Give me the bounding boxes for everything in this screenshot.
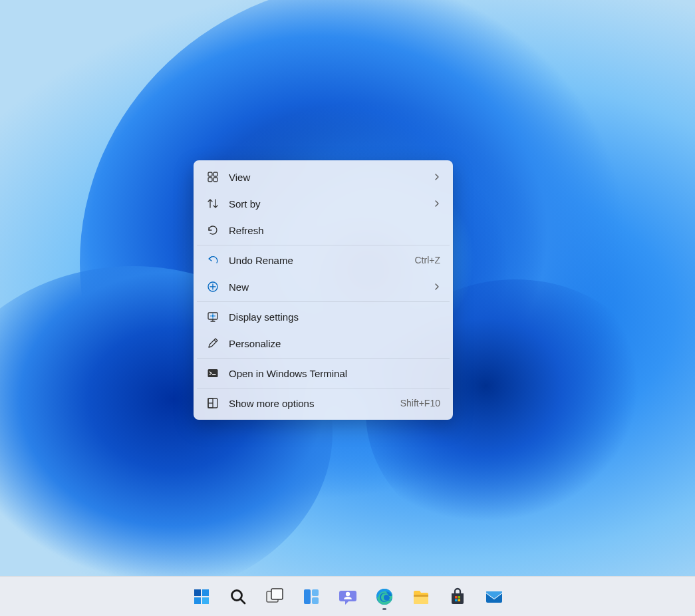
menu-item-shortcut: Ctrl+Z: [415, 255, 441, 265]
taskbar: [0, 576, 695, 616]
chevron-right-icon: [434, 283, 440, 290]
menu-item-label: New: [229, 281, 428, 293]
edge-button[interactable]: [369, 581, 399, 611]
mail-button[interactable]: [479, 581, 509, 611]
more-icon: [206, 396, 219, 410]
menu-item-undo[interactable]: Undo RenameCtrl+Z: [197, 247, 450, 273]
terminal-icon: [206, 367, 219, 380]
menu-item-label: Show more options: [229, 398, 400, 409]
desktop-wallpaper[interactable]: ViewSort byRefreshUndo RenameCtrl+ZNewDi…: [0, 0, 695, 576]
view-icon: [206, 170, 219, 184]
menu-item-more[interactable]: Show more optionsShift+F10: [197, 390, 450, 416]
menu-item-new[interactable]: New: [197, 273, 450, 300]
menu-item-label: Sort by: [229, 198, 428, 210]
menu-item-label: Personalize: [229, 338, 440, 349]
start-button[interactable]: [186, 581, 216, 611]
menu-item-sortby[interactable]: Sort by: [197, 190, 450, 217]
menu-item-view[interactable]: View: [197, 164, 450, 190]
menu-item-shortcut: Shift+F10: [400, 398, 440, 408]
display-icon: [206, 310, 219, 323]
desktop-context-menu: ViewSort byRefreshUndo RenameCtrl+ZNewDi…: [194, 160, 453, 420]
task-view-button[interactable]: [259, 581, 289, 611]
menu-separator: [197, 358, 450, 359]
menu-item-label: Open in Windows Terminal: [229, 368, 440, 379]
file-explorer-button[interactable]: [406, 581, 436, 611]
menu-item-personalize[interactable]: Personalize: [197, 330, 450, 357]
menu-item-label: Display settings: [229, 311, 440, 323]
menu-item-label: Undo Rename: [229, 255, 415, 266]
new-icon: [206, 280, 219, 293]
chevron-right-icon: [434, 200, 440, 207]
search-button[interactable]: [223, 581, 253, 611]
menu-item-terminal[interactable]: Open in Windows Terminal: [197, 360, 450, 386]
store-button[interactable]: [442, 581, 472, 611]
menu-item-display[interactable]: Display settings: [197, 303, 450, 330]
menu-separator: [197, 301, 450, 302]
chevron-right-icon: [434, 174, 440, 180]
menu-item-refresh[interactable]: Refresh: [197, 217, 450, 243]
widgets-button[interactable]: [296, 581, 326, 611]
menu-separator: [197, 388, 450, 388]
menu-item-label: Refresh: [229, 225, 440, 236]
refresh-icon: [206, 224, 219, 237]
menu-item-label: View: [229, 172, 428, 183]
active-indicator: [382, 608, 386, 610]
chat-button[interactable]: [333, 581, 362, 611]
undo-icon: [206, 253, 219, 267]
personalize-icon: [206, 337, 219, 350]
sort-icon: [206, 197, 219, 210]
menu-separator: [197, 245, 450, 245]
